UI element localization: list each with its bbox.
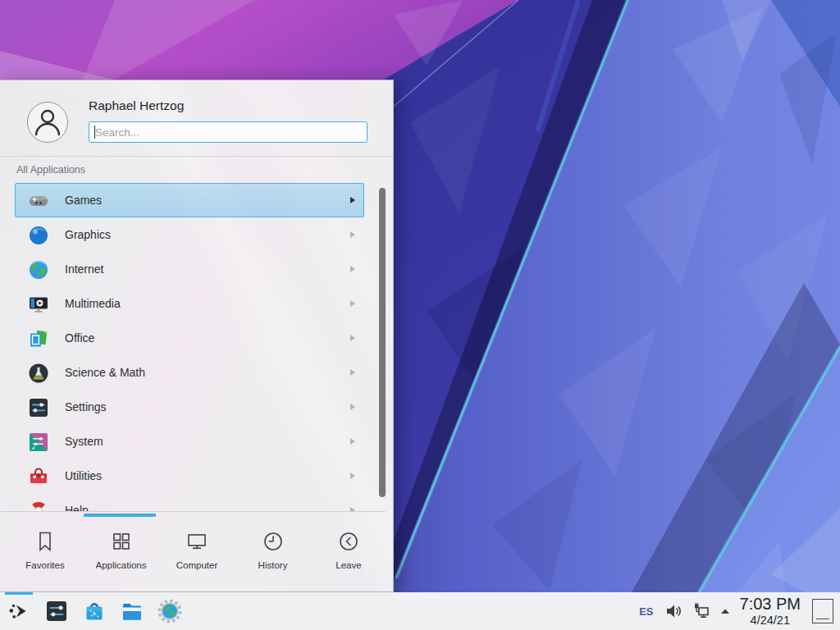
system-sliders-icon [27, 431, 50, 454]
footer-separator [0, 511, 386, 512]
application-launcher-button[interactable] [0, 592, 38, 630]
globe-icon [27, 258, 50, 281]
science-flask-icon [27, 362, 50, 385]
system-tray: ES 7:03 PM 4/24/21 [639, 592, 840, 630]
discover-button[interactable] [75, 592, 113, 630]
toolbox-icon [27, 465, 50, 488]
user-name: Raphael Hertzog [89, 98, 184, 113]
globe-gear-icon [157, 598, 183, 624]
tab-applications[interactable]: Applications [84, 518, 158, 592]
launcher-footer-tabs: Favorites Applications Computer [0, 518, 394, 592]
launcher-header: Raphael Hertzog [0, 80, 393, 157]
web-browser-button[interactable] [151, 592, 189, 630]
user-avatar-icon[interactable] [27, 102, 68, 143]
bookmark-icon [33, 529, 57, 554]
taskbar-panel: ES 7:03 PM 4/24/21 [0, 592, 840, 630]
category-row-settings[interactable]: Settings [15, 390, 364, 424]
search-input[interactable] [89, 121, 368, 143]
discover-bag-icon [81, 598, 107, 624]
system-settings-button[interactable] [38, 592, 75, 630]
clock-time: 7:03 PM [740, 596, 801, 612]
folder-icon [119, 598, 145, 624]
submenu-arrow-icon [350, 472, 355, 479]
file-manager-button[interactable] [113, 592, 151, 630]
tab-history[interactable]: History [236, 518, 310, 592]
tab-computer[interactable]: Computer [160, 518, 234, 592]
expand-tray-arrow-icon[interactable] [719, 605, 732, 618]
submenu-arrow-icon [350, 369, 355, 376]
category-row-games[interactable]: Games [15, 183, 364, 217]
digital-clock[interactable]: 7:03 PM 4/24/21 [740, 596, 801, 627]
submenu-arrow-icon [350, 404, 355, 410]
text-caret [94, 126, 95, 139]
category-row-science-math[interactable]: Science & Math [15, 355, 364, 390]
submenu-arrow-icon [350, 438, 355, 445]
category-row-graphics[interactable]: Graphics [15, 217, 364, 252]
history-clock-icon [261, 529, 285, 554]
lifebuoy-icon [27, 500, 50, 511]
category-list: Games Graphics Internet [0, 183, 394, 511]
tab-favorites[interactable]: Favorites [8, 518, 82, 592]
office-documents-icon [27, 327, 50, 350]
category-row-utilities[interactable]: Utilities [15, 459, 364, 493]
section-label: All Applications [16, 164, 85, 176]
clock-date: 4/24/21 [740, 614, 801, 627]
leave-icon [336, 529, 361, 554]
kde-launcher-icon [6, 598, 32, 624]
settings-sliders-icon [27, 396, 50, 419]
submenu-arrow-icon [350, 231, 355, 238]
submenu-arrow-icon [350, 335, 355, 341]
submenu-arrow-icon [350, 300, 355, 307]
volume-icon[interactable] [664, 602, 682, 620]
category-row-help[interactable]: Help [15, 493, 364, 511]
category-row-office[interactable]: Office [15, 321, 364, 355]
multimedia-monitor-icon [27, 293, 50, 316]
keyboard-layout-indicator[interactable]: ES [639, 605, 653, 618]
submenu-arrow-icon [350, 266, 355, 272]
category-row-multimedia[interactable]: Multimedia [15, 286, 364, 321]
show-desktop-button[interactable] [812, 599, 833, 623]
gamepad-icon [27, 189, 50, 212]
submenu-arrow-icon [350, 197, 355, 203]
application-launcher-menu: Raphael Hertzog All Applications Games [0, 80, 394, 592]
wired-network-icon[interactable] [692, 602, 710, 620]
category-row-internet[interactable]: Internet [15, 252, 364, 286]
app-grid-icon [109, 529, 134, 554]
computer-icon [185, 529, 209, 554]
tab-leave[interactable]: Leave [312, 518, 386, 592]
graphics-orb-icon [27, 224, 50, 247]
list-scrollbar[interactable] [379, 188, 386, 497]
active-tab-indicator [84, 514, 156, 517]
system-settings-icon [43, 598, 70, 624]
category-row-system[interactable]: System [15, 424, 364, 459]
active-task-indicator [5, 592, 33, 595]
